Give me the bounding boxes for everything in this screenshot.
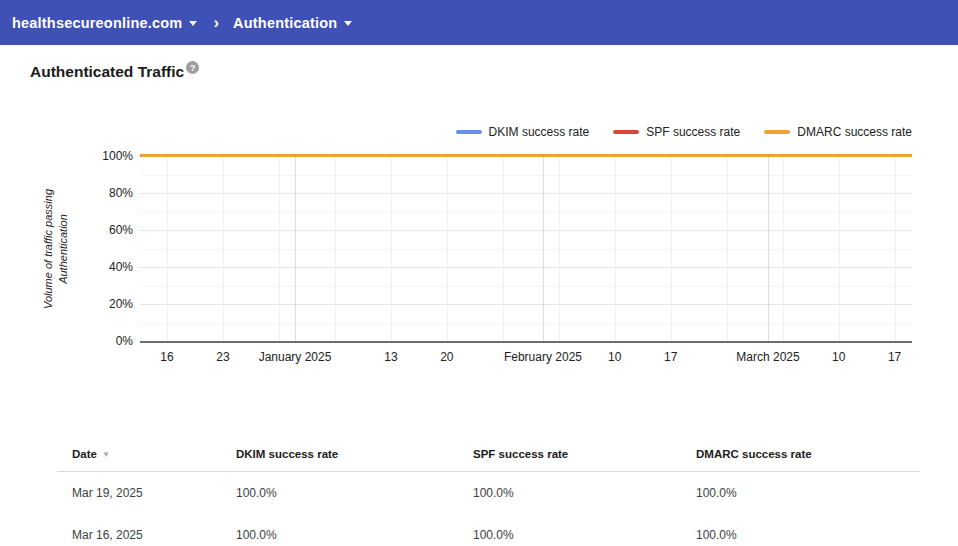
help-icon[interactable]: ? bbox=[186, 61, 199, 74]
y-gridline bbox=[140, 267, 912, 268]
x-tick-label: January 2025 bbox=[259, 350, 332, 364]
row-date-cell: Mar 19, 2025 bbox=[72, 486, 143, 500]
x-gridline-week bbox=[391, 156, 392, 341]
table-row: Mar 16, 2025100.0%100.0%100.0% bbox=[57, 514, 920, 546]
domain-dropdown-label: healthsecureonline.com bbox=[12, 15, 182, 31]
page-dropdown[interactable]: Authentication bbox=[233, 15, 352, 31]
x-gridline-month bbox=[768, 156, 769, 341]
legend-item-dmarc: DMARC success rate bbox=[764, 125, 912, 139]
row-date-cell: Mar 16, 2025 bbox=[72, 528, 143, 542]
breadcrumb-separator-icon: › bbox=[213, 14, 219, 31]
x-tick-label: 10 bbox=[832, 350, 845, 364]
row-value-cell: 100.0% bbox=[236, 528, 277, 542]
x-gridline-week bbox=[727, 156, 728, 341]
y-gridline bbox=[140, 212, 912, 213]
x-gridline-week bbox=[839, 156, 840, 341]
x-gridline-week bbox=[279, 156, 280, 341]
x-tick-label: 17 bbox=[664, 350, 677, 364]
row-value-cell: 100.0% bbox=[236, 486, 277, 500]
x-tick-label: 17 bbox=[888, 350, 901, 364]
y-gridline bbox=[140, 304, 912, 305]
x-tick-label: 16 bbox=[160, 350, 173, 364]
x-gridline-week bbox=[447, 156, 448, 341]
y-tick-label: 100% bbox=[88, 149, 133, 163]
x-tick-label: 23 bbox=[216, 350, 229, 364]
x-gridline-week bbox=[895, 156, 896, 341]
x-gridline-week bbox=[615, 156, 616, 341]
legend-label: DMARC success rate bbox=[797, 125, 912, 139]
auth-rates-table: Date▼DKIM success rateSPF success rateDM… bbox=[57, 440, 920, 546]
y-tick-label: 80% bbox=[88, 186, 133, 200]
x-gridline-week bbox=[671, 156, 672, 341]
legend-item-dkim: DKIM success rate bbox=[456, 125, 590, 139]
y-tick-label: 20% bbox=[88, 297, 133, 311]
x-gridline-week bbox=[335, 156, 336, 341]
x-tick-label: February 2025 bbox=[504, 350, 582, 364]
x-gridline-week bbox=[503, 156, 504, 341]
legend-swatch-icon bbox=[456, 130, 482, 134]
table-header-row: Date▼DKIM success rateSPF success rateDM… bbox=[57, 440, 920, 472]
app-bar: healthsecureonline.com › Authentication bbox=[0, 0, 958, 45]
series-line-dmarc bbox=[140, 154, 912, 157]
authenticated-traffic-chart: DKIM success rateSPF success rateDMARC s… bbox=[0, 120, 958, 370]
x-tick-label: 20 bbox=[440, 350, 453, 364]
y-axis-title: Volume of traffic passing Authentication bbox=[41, 164, 73, 334]
column-header-date[interactable]: Date▼ bbox=[72, 448, 110, 460]
legend-label: SPF success rate bbox=[646, 125, 740, 139]
y-gridline bbox=[140, 193, 912, 194]
y-axis-tick-labels: 0%20%40%60%80%100% bbox=[88, 156, 133, 341]
legend-label: DKIM success rate bbox=[489, 125, 590, 139]
y-gridline bbox=[140, 249, 912, 250]
table-row: Mar 19, 2025100.0%100.0%100.0% bbox=[57, 472, 920, 514]
legend-swatch-icon bbox=[764, 130, 790, 134]
legend-swatch-icon bbox=[613, 130, 639, 134]
y-tick-label: 40% bbox=[88, 260, 133, 274]
chart-legend: DKIM success rateSPF success rateDMARC s… bbox=[456, 125, 912, 139]
x-gridline-week bbox=[223, 156, 224, 341]
y-gridline bbox=[140, 323, 912, 324]
row-value-cell: 100.0% bbox=[696, 486, 737, 500]
x-gridline-week bbox=[559, 156, 560, 341]
page-title: Authenticated Traffic bbox=[30, 63, 184, 81]
row-value-cell: 100.0% bbox=[473, 528, 514, 542]
x-tick-label: March 2025 bbox=[736, 350, 799, 364]
chevron-down-icon bbox=[189, 21, 197, 26]
domain-dropdown[interactable]: healthsecureonline.com bbox=[12, 15, 197, 31]
x-tick-label: 13 bbox=[384, 350, 397, 364]
x-tick-label: 10 bbox=[608, 350, 621, 364]
chevron-down-icon bbox=[344, 21, 352, 26]
x-gridline-week bbox=[167, 156, 168, 341]
page-dropdown-label: Authentication bbox=[233, 15, 337, 31]
column-header-dmarc-success-rate: DMARC success rate bbox=[696, 448, 812, 460]
y-gridline bbox=[140, 230, 912, 231]
page-title-row: Authenticated Traffic ? bbox=[30, 63, 199, 81]
legend-item-spf: SPF success rate bbox=[613, 125, 740, 139]
row-value-cell: 100.0% bbox=[696, 528, 737, 542]
column-header-dkim-success-rate: DKIM success rate bbox=[236, 448, 338, 460]
row-value-cell: 100.0% bbox=[473, 486, 514, 500]
y-tick-label: 60% bbox=[88, 223, 133, 237]
sort-descending-icon: ▼ bbox=[102, 450, 110, 459]
table-body: Mar 19, 2025100.0%100.0%100.0%Mar 16, 20… bbox=[57, 472, 920, 546]
plot-area[interactable]: 1623January 20251320February 20251017Mar… bbox=[140, 156, 912, 343]
y-gridline bbox=[140, 175, 912, 176]
column-header-spf-success-rate: SPF success rate bbox=[473, 448, 568, 460]
x-gridline-week bbox=[783, 156, 784, 341]
y-tick-label: 0% bbox=[88, 334, 133, 348]
y-gridline bbox=[140, 286, 912, 287]
x-gridline-month bbox=[295, 156, 296, 341]
x-gridline-month bbox=[543, 156, 544, 341]
